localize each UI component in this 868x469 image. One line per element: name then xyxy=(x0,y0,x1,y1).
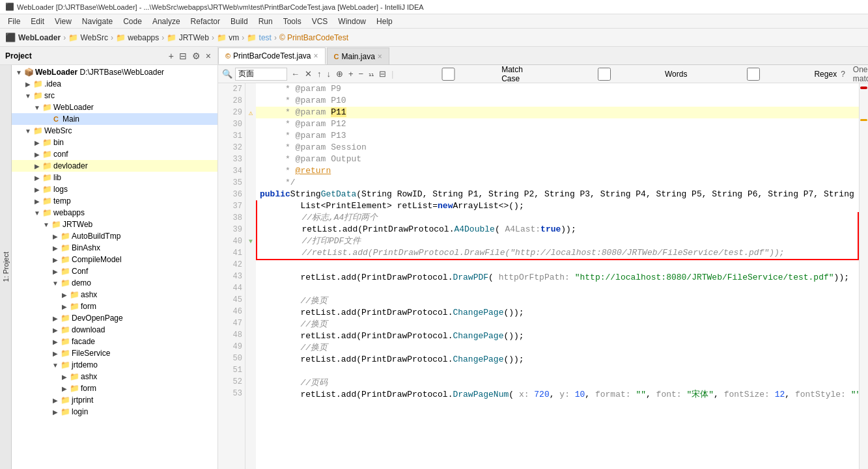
menu-file[interactable]: File xyxy=(3,16,25,27)
layout-button[interactable]: ⊟ xyxy=(178,51,188,61)
tree-bin[interactable]: ▶ 📁 bin xyxy=(12,137,217,148)
tree-devopenpage[interactable]: ▶ 📁 DevOpenPage xyxy=(12,312,217,324)
menu-help[interactable]: Help xyxy=(371,16,398,27)
right-scrollbar[interactable] xyxy=(859,83,868,469)
search-input[interactable] xyxy=(235,68,287,81)
tree-src[interactable]: ▼ 📁 src xyxy=(12,90,217,101)
arrow-jrtdemo[interactable]: ▼ xyxy=(51,362,60,369)
tab-main[interactable]: C Main.java × xyxy=(327,47,389,64)
breadcrumb-test[interactable]: 📁 test xyxy=(247,33,272,42)
tree-jrtdemo[interactable]: ▼ 📁 jrtdemo xyxy=(12,359,217,371)
tree-facade[interactable]: ▶ 📁 facade xyxy=(12,336,217,347)
match-case-option[interactable]: Match Case xyxy=(397,65,538,83)
arrow-fileservice[interactable]: ▶ xyxy=(51,350,60,357)
shrink-btn[interactable]: − xyxy=(357,69,365,79)
find-in-path-btn[interactable]: ⊕ xyxy=(335,69,344,79)
arrow-facade[interactable]: ▶ xyxy=(51,338,60,345)
breadcrumb-vm[interactable]: 📁 vm xyxy=(217,33,239,42)
next-match-btn-down[interactable]: ↓ xyxy=(326,69,333,79)
tree-websrc[interactable]: ▼ 📁 WebSrc xyxy=(12,125,217,137)
settings-button[interactable]: ⚙ xyxy=(191,51,202,61)
tree-webapps[interactable]: ▼ 📁 webapps xyxy=(12,207,217,219)
arrow-src-webloader[interactable]: ▼ xyxy=(33,104,42,111)
menu-refactor[interactable]: Refactor xyxy=(186,16,225,27)
tree-fileservice[interactable]: ▶ 📁 FileService xyxy=(12,347,217,359)
arrow-conf[interactable]: ▶ xyxy=(33,151,42,158)
tree-conf-jrtweb[interactable]: ▶ 📁 Conf xyxy=(12,265,217,277)
arrow-lib[interactable]: ▶ xyxy=(33,174,42,181)
regex-help[interactable]: ? xyxy=(841,70,845,79)
arrow-login[interactable]: ▶ xyxy=(51,409,60,416)
tab-close-1[interactable]: × xyxy=(314,51,318,60)
menu-view[interactable]: View xyxy=(49,16,77,27)
code-editor[interactable]: 27 28 29 30 31 32 33 34 35 36 37 38 39 4… xyxy=(218,83,868,469)
arrow-bin[interactable]: ▶ xyxy=(33,139,42,146)
tree-lib[interactable]: ▶ 📁 lib xyxy=(12,172,217,183)
menu-run[interactable]: Run xyxy=(253,16,278,27)
breadcrumb-jrtweb[interactable]: 📁 JRTWeb xyxy=(167,33,209,42)
expand-btn[interactable]: + xyxy=(347,69,355,79)
arrow-conf-jrtweb[interactable]: ▶ xyxy=(51,268,60,275)
tree-demo-form[interactable]: ▶ 📁 form xyxy=(12,301,217,312)
menu-code[interactable]: Code xyxy=(118,16,147,27)
tree-compilemodel[interactable]: ▶ 📁 CompileModel xyxy=(12,254,217,265)
arrow-jrtweb[interactable]: ▼ xyxy=(42,221,51,228)
arrow-idea[interactable]: ▶ xyxy=(23,81,33,88)
tree-main-class[interactable]: C Main xyxy=(12,113,217,125)
arrow-webloader[interactable]: ▼ xyxy=(14,69,23,76)
menu-build[interactable]: Build xyxy=(225,16,253,27)
tree-temp[interactable]: ▶ 📁 temp xyxy=(12,195,217,207)
regex-checkbox[interactable] xyxy=(695,68,812,81)
menu-edit[interactable]: Edit xyxy=(25,16,49,27)
arrow-webapps[interactable]: ▼ xyxy=(33,209,42,217)
menu-analyze[interactable]: Analyze xyxy=(147,16,186,27)
arrow-jrtdemo-ashx[interactable]: ▶ xyxy=(60,373,69,381)
tree-idea[interactable]: ▶ 📁 .idea xyxy=(12,78,217,90)
tree-logs[interactable]: ▶ 📁 logs xyxy=(12,183,217,195)
tree-demo[interactable]: ▼ 📁 demo xyxy=(12,277,217,289)
close-sidebar-button[interactable]: × xyxy=(204,51,212,61)
menu-window[interactable]: Window xyxy=(333,16,371,27)
tree-jrtdemo-ashx[interactable]: ▶ 📁 ashx xyxy=(12,371,217,382)
arrow-temp[interactable]: ▶ xyxy=(33,198,42,205)
tab-close-2[interactable]: × xyxy=(378,52,382,61)
add-button[interactable]: + xyxy=(167,51,175,61)
next-match-btn-up[interactable]: ↑ xyxy=(316,69,323,79)
menu-navigate[interactable]: Navigate xyxy=(77,16,118,27)
tree-jrtprint[interactable]: ▶ 📁 jrtprint xyxy=(12,394,217,406)
breadcrumb-websrc[interactable]: 📁 WebSrc xyxy=(68,33,108,42)
match-case-checkbox[interactable] xyxy=(397,68,499,81)
tree-conf[interactable]: ▶ 📁 conf xyxy=(12,148,217,160)
tab-printbarcode[interactable]: © PrintBarCodeTest.java × xyxy=(218,47,326,64)
arrow-src[interactable]: ▼ xyxy=(23,92,33,100)
arrow-demo-form[interactable]: ▶ xyxy=(60,303,69,310)
words-option[interactable]: Words xyxy=(546,68,687,81)
tree-autobuildtmp[interactable]: ▶ 📁 AutoBuildTmp xyxy=(12,230,217,242)
arrow-devopenpage[interactable]: ▶ xyxy=(51,315,60,322)
arrow-logs[interactable]: ▶ xyxy=(33,186,42,193)
words-checkbox[interactable] xyxy=(546,68,663,81)
arrow-devloader[interactable]: ▶ xyxy=(33,163,42,170)
tree-webloader[interactable]: ▼ 📦 WebLoader D:\JRTBase\WebLoader xyxy=(12,66,217,78)
arrow-compilemodel[interactable]: ▶ xyxy=(51,256,60,263)
tree-jrtdemo-form[interactable]: ▶ 📁 form xyxy=(12,382,217,394)
clear-search-btn[interactable]: ✕ xyxy=(303,69,313,79)
arrow-jrtprint[interactable]: ▶ xyxy=(51,397,60,404)
breadcrumb-file[interactable]: © PrintBarCodeTest xyxy=(279,33,348,42)
regex-option[interactable]: Regex xyxy=(695,68,837,81)
menu-vcs[interactable]: VCS xyxy=(307,16,333,27)
menu-tools[interactable]: Tools xyxy=(278,16,307,27)
code-content[interactable]: * @param P9 * @param P10 * @param P11 * … xyxy=(256,83,859,469)
tree-download[interactable]: ▶ 📁 download xyxy=(12,324,217,336)
tree-devloader[interactable]: ▶ 📁 devloader xyxy=(12,160,217,172)
tree-src-webloader[interactable]: ▼ 📁 WebLoader xyxy=(12,101,217,113)
arrow-websrc[interactable]: ▼ xyxy=(23,127,33,135)
arrow-demo[interactable]: ▼ xyxy=(51,280,60,287)
tree-login[interactable]: ▶ 📁 login xyxy=(12,406,217,418)
tree-demo-ashx[interactable]: ▶ 📁 ashx xyxy=(12,289,217,301)
project-panel-tab[interactable]: 1: Project xyxy=(0,65,12,469)
arrow-jrtdemo-form[interactable]: ▶ xyxy=(60,385,69,392)
prev-match-btn[interactable]: ← xyxy=(290,69,301,79)
tree-binashx[interactable]: ▶ 📁 BinAshx xyxy=(12,242,217,254)
filter-btn[interactable]: ⊟ xyxy=(378,69,387,79)
